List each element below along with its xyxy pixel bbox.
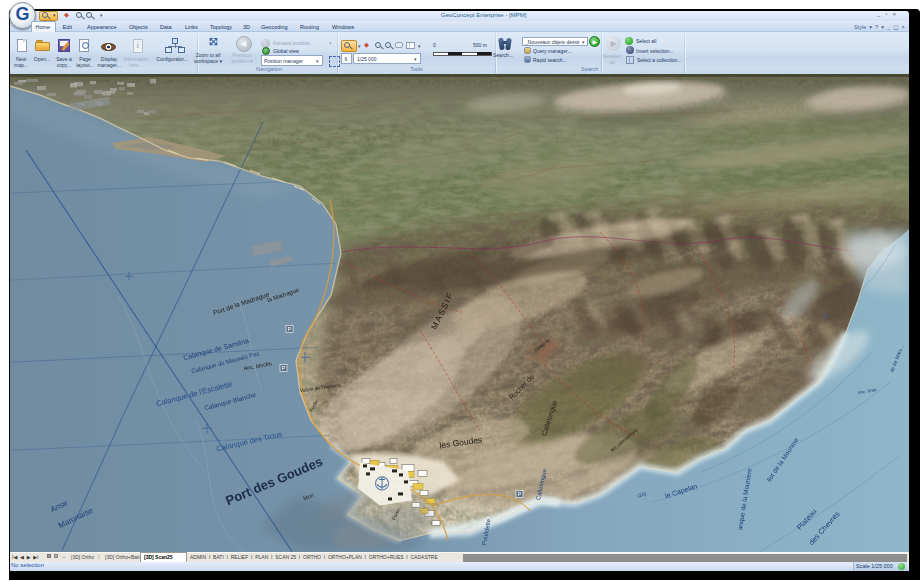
svg-text:P: P <box>518 491 522 497</box>
svg-text:P: P <box>282 365 286 371</box>
svg-text:P: P <box>288 326 292 332</box>
